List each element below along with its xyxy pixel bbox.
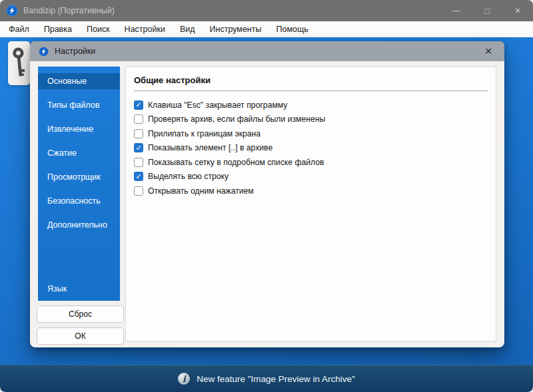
checkbox-label: Проверять архив, если файлы были изменен…	[148, 114, 325, 124]
sidebar-item[interactable]: Основные	[38, 73, 120, 89]
reset-button[interactable]: Сброс	[37, 305, 124, 323]
checkbox-label: Открывать одним нажатием	[148, 186, 254, 196]
sidebar-item[interactable]: Типы файлов	[38, 97, 120, 113]
checkbox[interactable]	[134, 100, 143, 110]
checkbox-label: Показывать сетку в подробном списке файл…	[148, 158, 324, 167]
checkbox[interactable]	[134, 143, 143, 152]
dialog-titlebar: Настройки ✕	[30, 41, 504, 61]
checkbox-row[interactable]: Показывать сетку в подробном списке файл…	[134, 155, 496, 170]
menu-item[interactable]: Настройки	[117, 21, 173, 37]
heading-separator	[134, 91, 488, 91]
settings-sidebar: Основные Типы файлов Извлечение Сжатие П…	[38, 67, 120, 301]
window-title: Bandizip (Портативный)	[23, 6, 115, 15]
menu-item[interactable]: Инструменты	[203, 21, 269, 37]
dialog-title: Настройки	[55, 47, 95, 56]
checkbox-row[interactable]: Выделять всю строку	[134, 170, 496, 184]
checkbox-label: Клавиша "Esc" закрывает программу	[148, 100, 287, 110]
status-message[interactable]: New feature "Image Preview in Archive"	[197, 374, 355, 384]
checkbox-row[interactable]: Показывать элемент [..] в архиве	[134, 141, 496, 156]
dialog-close-button[interactable]: ✕	[474, 41, 503, 61]
menu-item[interactable]: Файл	[1, 21, 37, 37]
settings-dialog: Настройки ✕ Основные Типы файлов Извлече…	[30, 41, 504, 347]
checkbox-row[interactable]: Открывать одним нажатием	[134, 184, 496, 198]
checkbox[interactable]	[134, 129, 143, 138]
checkbox-label: Прилипать к границам экрана	[148, 129, 261, 138]
ok-button[interactable]: ОК	[37, 327, 124, 345]
archive-item-tile[interactable]	[8, 41, 30, 85]
key-icon	[11, 47, 27, 80]
checkbox-row[interactable]: Прилипать к границам экрана	[134, 126, 496, 141]
menu-bar: Файл Правка Поиск Настройки Вид Инструме…	[0, 21, 533, 37]
menu-item[interactable]: Помощь	[268, 21, 315, 37]
info-icon: i	[178, 373, 190, 385]
sidebar-item[interactable]: Просмотрщик	[38, 169, 120, 185]
maximize-button[interactable]: □	[472, 0, 502, 21]
menu-item[interactable]: Поиск	[79, 21, 117, 37]
bandizip-main-window: Bandizip (Портативный) — □ ✕ Файл Правка…	[0, 0, 533, 392]
checkbox-row[interactable]: Проверять архив, если файлы были изменен…	[134, 112, 496, 127]
menu-item[interactable]: Правка	[37, 21, 79, 37]
checkbox[interactable]	[134, 186, 143, 196]
checkbox-label: Показывать элемент [..] в архиве	[148, 143, 272, 152]
window-controls: — □ ✕	[441, 0, 533, 21]
bandizip-logo-icon	[39, 47, 49, 57]
minimize-button[interactable]: —	[441, 0, 472, 21]
checkbox[interactable]	[134, 158, 143, 167]
close-button[interactable]: ✕	[502, 0, 533, 21]
sidebar-item[interactable]: Безопасность	[38, 193, 120, 209]
bandizip-logo-icon	[6, 5, 18, 17]
main-titlebar: Bandizip (Портативный) — □ ✕	[0, 0, 533, 21]
checkbox[interactable]	[134, 114, 143, 124]
checkbox-label: Выделять всю строку	[148, 172, 229, 181]
sidebar-item[interactable]: Извлечение	[38, 121, 120, 137]
general-settings-panel: Общие настройки Клавиша "Esc" закрывает …	[125, 67, 496, 341]
sidebar-item[interactable]: Язык	[38, 281, 120, 297]
settings-checkbox-list: Клавиша "Esc" закрывает программу Провер…	[134, 98, 496, 198]
panel-heading: Общие настройки	[134, 75, 488, 85]
sidebar-item[interactable]: Сжатие	[38, 145, 120, 161]
sidebar-item[interactable]: Дополнительно	[38, 217, 120, 233]
menu-item[interactable]: Вид	[173, 21, 203, 37]
status-bar: i New feature "Image Preview in Archive"	[0, 365, 533, 392]
checkbox[interactable]	[134, 172, 143, 181]
checkbox-row[interactable]: Клавиша "Esc" закрывает программу	[134, 98, 496, 112]
